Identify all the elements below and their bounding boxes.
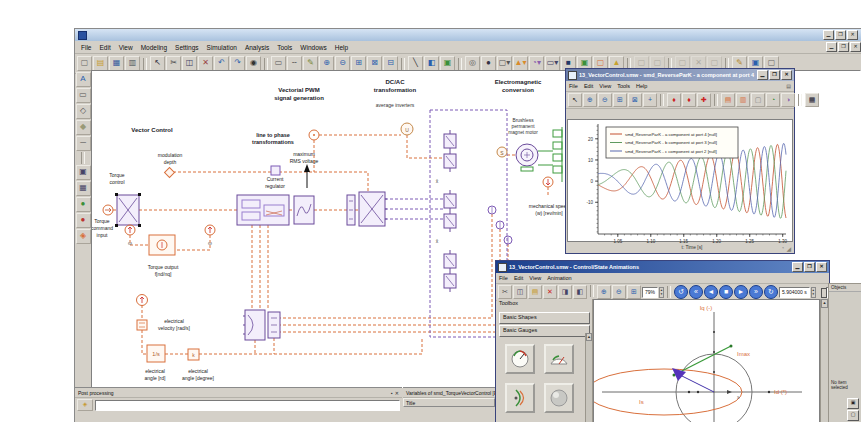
- anim-stop-icon[interactable]: ■: [719, 285, 733, 299]
- zoom-window-icon[interactable]: ⊞: [351, 56, 366, 71]
- pin-icon[interactable]: ▪: [391, 390, 393, 396]
- menu-settings[interactable]: Settings: [171, 43, 203, 52]
- block-s-source[interactable]: S: [497, 147, 507, 157]
- scope-zoom-box-icon[interactable]: ⊞: [613, 93, 627, 107]
- anim-zoom-box-icon[interactable]: ⊞: [627, 285, 641, 299]
- menu-file[interactable]: File: [566, 83, 581, 89]
- dock-button-b[interactable]: ▢: [847, 410, 859, 421]
- anim-group-icon[interactable]: ◨: [558, 285, 572, 299]
- layout-3-icon[interactable]: ▢: [751, 93, 765, 107]
- menu-simulation[interactable]: Simulation: [203, 43, 241, 52]
- menu-view[interactable]: View: [526, 275, 544, 281]
- delete-icon[interactable]: ✕: [198, 56, 213, 71]
- block-current-regulator[interactable]: [237, 195, 289, 225]
- undo-icon[interactable]: ↶: [214, 56, 229, 71]
- block-torque-control[interactable]: [115, 193, 141, 227]
- block-limiter-wave[interactable]: [294, 196, 314, 224]
- block-k-probe[interactable]: [309, 130, 319, 140]
- panel-close-icon[interactable]: ✕: [395, 390, 399, 396]
- scope-restore-button[interactable]: ❐: [769, 70, 780, 80]
- scope-plot-area[interactable]: -10010201.051.101.151.201.251.30t: Time …: [567, 119, 793, 242]
- scope-print-icon[interactable]: ▤: [786, 83, 794, 89]
- anim-copy-icon[interactable]: ◫: [513, 285, 527, 299]
- red-node-icon[interactable]: ●: [76, 213, 91, 228]
- menu-modeling[interactable]: Modeling: [137, 43, 171, 52]
- block-omega-source-left[interactable]: ω: [125, 225, 135, 246]
- mdi-restore-button[interactable]: ❐: [838, 42, 849, 52]
- scope-zoom-fit-icon[interactable]: ⊠: [628, 93, 642, 107]
- menu-edit[interactable]: Edit: [95, 43, 114, 52]
- anim-minimize-button[interactable]: ▁: [792, 262, 803, 272]
- star-tool-icon[interactable]: ◆: [76, 120, 91, 135]
- toolbox-scrollbar[interactable]: ▲: [585, 333, 592, 422]
- block-rms-limiter[interactable]: [271, 166, 280, 175]
- scope-close-button[interactable]: ✕: [781, 70, 792, 80]
- save-file-icon[interactable]: ▦: [109, 56, 124, 71]
- anim-zoom-field[interactable]: 79%: [642, 287, 658, 298]
- scope-zoom-out-icon[interactable]: ⊖: [598, 93, 612, 107]
- post-processing-header[interactable]: Post processing ▪ ✕: [75, 388, 402, 398]
- line-seg-tool-icon[interactable]: ─: [76, 136, 91, 151]
- anim-zoom-out-icon[interactable]: ⊖: [612, 285, 626, 299]
- marker-1-icon[interactable]: ♦: [667, 93, 681, 107]
- menu-tools[interactable]: Tools: [273, 43, 296, 52]
- menu-animation[interactable]: Animation: [544, 275, 574, 281]
- anim-ungroup-icon[interactable]: ◧: [573, 285, 587, 299]
- zoom-out-icon[interactable]: ⊖: [335, 56, 350, 71]
- scope-zoom-in-icon[interactable]: ⊕: [583, 93, 597, 107]
- menu-help[interactable]: Help: [633, 83, 650, 89]
- cut-icon[interactable]: ✂: [166, 56, 181, 71]
- block-torque-output[interactable]: [149, 235, 175, 255]
- rect-tool-icon[interactable]: ▭: [76, 88, 91, 103]
- multi-node-icon[interactable]: ◈: [76, 229, 91, 244]
- menu-analysis[interactable]: Analysis: [241, 43, 273, 52]
- signal-menu-icon[interactable]: ▲▾: [513, 56, 528, 71]
- anim-paste-icon[interactable]: ▤: [528, 285, 542, 299]
- basic-shapes-bar[interactable]: Basic Shapes: [499, 312, 590, 324]
- pen-icon[interactable]: ✎: [303, 56, 318, 71]
- anim-zoom-spinner[interactable]: ▲▼: [659, 287, 664, 298]
- menu-view[interactable]: View: [115, 43, 137, 52]
- marker-xy-icon[interactable]: ✚: [697, 93, 711, 107]
- anim-play-icon[interactable]: ►: [734, 285, 748, 299]
- menu-edit[interactable]: Edit: [581, 83, 596, 89]
- scope-titlebar[interactable]: 13_VectorControl.smw - smd_ReverseParK -…: [566, 69, 794, 81]
- line-tool-icon[interactable]: ╲: [408, 56, 423, 71]
- menu-tools[interactable]: Tools: [614, 83, 633, 89]
- menu-help[interactable]: Help: [331, 43, 352, 52]
- anim-delete-icon[interactable]: ✕: [543, 285, 557, 299]
- grid-view-icon[interactable]: ▦: [805, 93, 819, 107]
- zoom-in-icon[interactable]: ⊕: [319, 56, 334, 71]
- mdi-close-button[interactable]: ✕: [850, 42, 861, 52]
- post-processing-tool-icon[interactable]: ◈: [77, 399, 93, 411]
- anim-canvas-scrollbar[interactable]: ▲: [820, 299, 828, 422]
- scope-pan-icon[interactable]: +: [643, 93, 657, 107]
- half-view-icon[interactable]: ◑: [781, 93, 795, 107]
- menu-file[interactable]: File: [77, 43, 95, 52]
- menu-edit[interactable]: Edit: [511, 275, 526, 281]
- block-motor[interactable]: [516, 144, 538, 171]
- scope-resize-grip[interactable]: ◢: [786, 245, 791, 252]
- anim-step-back-icon[interactable]: ◄: [704, 285, 718, 299]
- menu-file[interactable]: File: [496, 275, 511, 281]
- anim-canvas[interactable]: Iq (-) Id (*) Imax Is x: [593, 299, 820, 422]
- canvas-scroll-up-icon[interactable]: ▲: [821, 299, 828, 308]
- image-view-icon[interactable]: ▣: [440, 56, 455, 71]
- gauge-sphere-button[interactable]: [544, 383, 574, 413]
- shape-menu-icon[interactable]: ▢▾: [497, 56, 512, 71]
- basic-gauges-bar[interactable]: Basic Gauges: [499, 325, 590, 337]
- panel-a-icon[interactable]: ▣: [76, 165, 91, 180]
- anim-end-icon[interactable]: »: [749, 285, 763, 299]
- mdi-minimize-button[interactable]: ▁: [826, 42, 837, 52]
- anim-close-button[interactable]: ✕: [816, 262, 827, 272]
- new-file-icon[interactable]: ▢: [77, 56, 92, 71]
- column-title[interactable]: Title: [403, 398, 495, 407]
- dash-line-icon[interactable]: ╌: [287, 56, 302, 71]
- post-processing-field[interactable]: [95, 400, 400, 411]
- zoom-previous-icon[interactable]: ⊟: [383, 56, 398, 71]
- anim-titlebar[interactable]: 13_VectorControl.smw - Control/State Ani…: [496, 261, 829, 273]
- block-gain[interactable]: k: [188, 349, 199, 360]
- slider-thumb[interactable]: [821, 288, 827, 298]
- menu-windows[interactable]: Windows: [296, 43, 330, 52]
- block-integrator[interactable]: 1/s: [147, 345, 165, 362]
